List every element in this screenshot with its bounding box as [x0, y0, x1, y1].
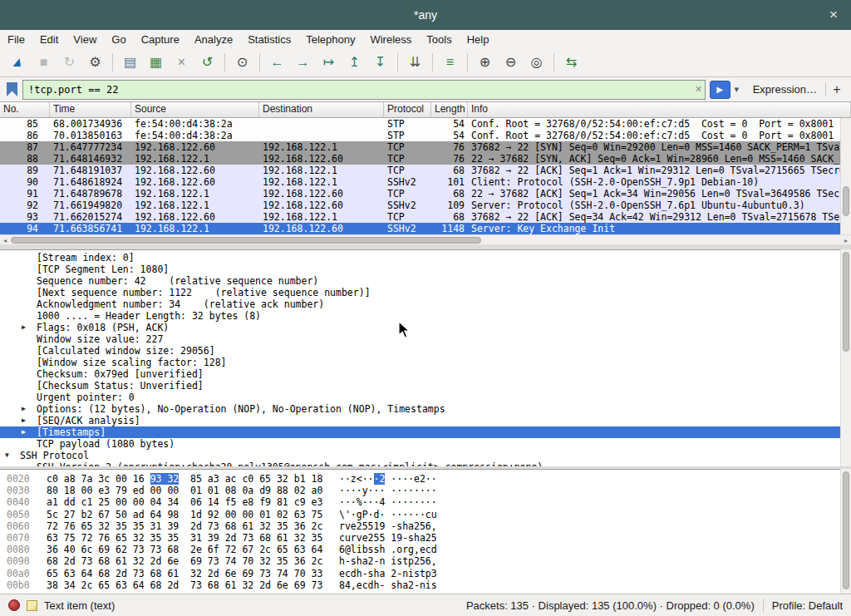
packet-row[interactable]: 9171.648789678192.168.122.1192.168.122.6…	[0, 188, 840, 200]
zoom-in-button[interactable]: ⊕	[472, 51, 498, 74]
go-last-packet-button[interactable]: ↧	[367, 51, 393, 74]
detail-line[interactable]: 1000 .... = Header Length: 32 bytes (8)	[0, 310, 840, 322]
display-filter-input[interactable]	[22, 80, 706, 100]
reload-file-button[interactable]: ↺	[194, 51, 220, 74]
profile-button[interactable]: Profile: Default	[772, 599, 843, 612]
detail-line[interactable]: ▶Flags: 0x018 (PSH, ACK)	[0, 322, 840, 333]
detail-line[interactable]: Sequence number: 42 (relative sequence n…	[0, 275, 840, 287]
menu-file[interactable]: File	[0, 32, 32, 47]
column-header-no[interactable]: No.	[0, 102, 50, 117]
packet-row[interactable]: 9271.661949820192.168.122.1192.168.122.6…	[0, 200, 840, 211]
details-vscroll-thumb[interactable]	[843, 252, 849, 352]
hex-line[interactable]: 007063 75 72 76 65 32 35 35 31 39 2d 73 …	[0, 532, 840, 544]
detail-line[interactable]: [Window size scaling factor: 128]	[0, 357, 840, 368]
go-back-button[interactable]: ←	[264, 51, 290, 74]
detail-line[interactable]: ▶Options: (12 bytes), No-Operation (NOP)…	[0, 403, 840, 415]
hex-line[interactable]: 00a065 63 64 68 2d 73 68 61 32 2d 6e 69 …	[0, 568, 840, 579]
auto-scroll-button[interactable]: ⇊	[402, 51, 428, 74]
close-file-button[interactable]: ×	[169, 51, 194, 74]
column-header-length[interactable]: Length	[431, 102, 468, 117]
packet-row[interactable]: 9371.662015274192.168.122.60192.168.122.…	[0, 211, 840, 223]
detail-line[interactable]: TCP payload (1080 bytes)	[0, 438, 840, 450]
column-header-protocol[interactable]: Protocol	[384, 102, 431, 117]
find-packet-button[interactable]: ⊙	[229, 51, 255, 74]
start-capture-button[interactable]: ▲	[5, 51, 31, 74]
menu-analyze[interactable]: Analyze	[187, 32, 240, 47]
packet-row[interactable]: 8670.013850163fe:54:00:d4:38:2aSTP54Conf…	[0, 130, 840, 141]
detail-line[interactable]: Urgent pointer: 0	[0, 392, 840, 403]
expand-arrow-icon[interactable]: ▶	[22, 403, 37, 415]
hex-line[interactable]: 0020c0 a8 7a 3c 00 16 93 32 85 a3 ac c0 …	[0, 473, 840, 485]
close-window-button[interactable]: ×	[824, 6, 843, 24]
hex-line[interactable]: 006072 76 65 32 35 35 31 39 2d 73 68 61 …	[0, 520, 840, 532]
capture-options-button[interactable]: ⚙	[82, 51, 108, 74]
detail-line[interactable]: [Next sequence number: 1122 (relative se…	[0, 287, 840, 298]
menu-wireless[interactable]: Wireless	[362, 32, 419, 47]
expression-button[interactable]: Expression…	[753, 83, 817, 96]
menu-view[interactable]: View	[66, 32, 104, 47]
go-forward-button[interactable]: →	[290, 51, 316, 74]
expand-arrow-icon[interactable]: ▶	[22, 322, 37, 333]
apply-filter-button[interactable]: ▶	[710, 81, 730, 99]
resize-columns-button[interactable]: ⇆	[558, 51, 584, 74]
filter-bookmark-icon[interactable]	[7, 82, 17, 96]
column-header-time[interactable]: Time	[50, 102, 131, 117]
colorize-button[interactable]: ≡	[437, 51, 463, 74]
go-to-packet-button[interactable]: ↦	[316, 51, 342, 74]
hex-line[interactable]: 00b038 34 2c 65 63 64 68 2d 73 68 61 32 …	[0, 579, 840, 591]
hex-line[interactable]: 003080 18 00 e3 79 ed 00 00 01 01 08 0a …	[0, 485, 840, 496]
menu-tools[interactable]: Tools	[419, 32, 459, 47]
clear-filter-icon[interactable]: ×	[696, 82, 702, 96]
detail-line[interactable]: Window size value: 227	[0, 333, 840, 345]
title-bar[interactable]: *any ×	[0, 0, 851, 30]
hex-line[interactable]: 0040a1 dd c1 25 00 00 04 34 06 14 f5 e8 …	[0, 496, 840, 508]
detail-line[interactable]: [Stream index: 0]	[0, 252, 840, 264]
cell-no: 91	[0, 188, 50, 200]
detail-line[interactable]: [TCP Segment Len: 1080]	[0, 264, 840, 275]
packet-row[interactable]: 8871.648146932192.168.122.1192.168.122.6…	[0, 153, 840, 165]
go-first-packet-button[interactable]: ↥	[342, 51, 367, 74]
expert-info-icon[interactable]	[8, 599, 20, 611]
bytes-vscroll-thumb[interactable]	[843, 471, 849, 589]
capture-comment-icon[interactable]	[27, 600, 37, 611]
packet-row[interactable]: 9471.663856741192.168.122.1192.168.122.6…	[0, 223, 840, 234]
hex-line[interactable]: 00505c 27 b2 67 50 ad 64 98 1d 92 00 00 …	[0, 509, 840, 520]
expand-arrow-icon[interactable]: ▶	[22, 415, 37, 426]
column-header-source[interactable]: Source	[131, 102, 259, 117]
menu-help[interactable]: Help	[460, 32, 497, 47]
save-file-button[interactable]: ▦	[143, 51, 169, 74]
packet-row[interactable]: 9071.648618924192.168.122.60192.168.122.…	[0, 176, 840, 188]
packet-list-vscrollbar[interactable]	[840, 118, 851, 234]
detail-line[interactable]: ▼SSH Protocol	[0, 450, 840, 461]
detail-line[interactable]: [Checksum Status: Unverified]	[0, 380, 840, 392]
detail-line[interactable]: [Calculated window size: 29056]	[0, 345, 840, 357]
detail-line[interactable]: ▶[SEQ/ACK analysis]	[0, 415, 840, 426]
column-header-destination[interactable]: Destination	[259, 102, 384, 117]
hscroll-thumb[interactable]	[11, 237, 481, 244]
packet-row[interactable]: 8568.001734936fe:54:00:d4:38:2aSTP54Conf…	[0, 118, 840, 130]
packet-row[interactable]: 8971.648191037192.168.122.60192.168.122.…	[0, 165, 840, 176]
detail-line[interactable]: Checksum: 0x79ed [unverified]	[0, 368, 840, 380]
details-vscrollbar[interactable]	[840, 249, 851, 466]
menu-go[interactable]: Go	[104, 32, 133, 47]
menu-telephony[interactable]: Telephony	[298, 32, 362, 47]
hex-line[interactable]: 009068 2d 73 68 61 32 2d 6e 69 73 74 70 …	[0, 555, 840, 567]
packet-list-hscrollbar[interactable]: ◂ ▸	[0, 234, 851, 244]
expand-arrow-icon[interactable]: ▼	[5, 450, 20, 461]
hex-line[interactable]: 008036 40 6c 69 62 73 73 68 2e 6f 72 67 …	[0, 544, 840, 555]
detail-line[interactable]: ▶[Timestamps]	[0, 426, 840, 438]
add-filter-button[interactable]: +	[828, 81, 846, 99]
bytes-vscrollbar[interactable]	[840, 469, 851, 594]
detail-line[interactable]: Acknowledgment number: 34 (relative ack …	[0, 298, 840, 310]
expand-arrow-icon[interactable]: ▶	[22, 426, 37, 438]
packet-list-vscroll-thumb[interactable]	[843, 186, 849, 216]
column-header-info[interactable]: Info	[468, 102, 851, 117]
menu-statistics[interactable]: Statistics	[240, 32, 298, 47]
zoom-out-button[interactable]: ⊖	[498, 51, 524, 74]
zoom-100-button[interactable]: ◎	[524, 51, 549, 74]
packet-row[interactable]: 8771.647777234192.168.122.60192.168.122.…	[0, 141, 840, 153]
menu-capture[interactable]: Capture	[134, 32, 187, 47]
menu-edit[interactable]: Edit	[32, 32, 66, 47]
filter-history-dropdown[interactable]: ▾	[730, 81, 743, 99]
open-file-button[interactable]: ▤	[117, 51, 143, 74]
